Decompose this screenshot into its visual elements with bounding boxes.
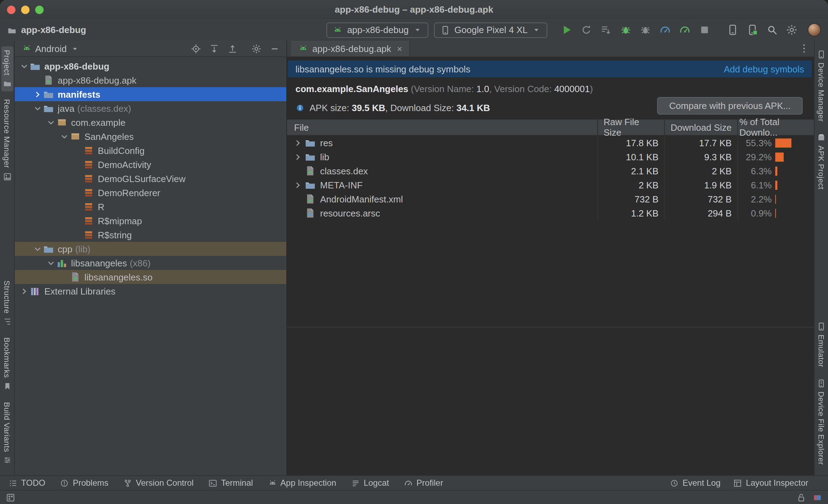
stripe-item-device-file-explorer[interactable]: Device File Explorer bbox=[815, 375, 827, 468]
tool-button-app-inspection[interactable]: App Inspection bbox=[268, 478, 336, 488]
tree-item-libsanangeles-so[interactable]: libsanangeles.so bbox=[15, 270, 286, 284]
tool-button-terminal[interactable]: Terminal bbox=[208, 478, 253, 488]
chevron-right-icon[interactable] bbox=[293, 151, 303, 162]
stripe-item-emulator[interactable]: Emulator bbox=[815, 318, 827, 371]
tool-button-logcat[interactable]: Logcat bbox=[351, 478, 389, 488]
search-everywhere-button[interactable] bbox=[764, 22, 779, 38]
tool-button-todo[interactable]: TODO bbox=[8, 478, 45, 488]
tree-item-r-string[interactable]: R$string bbox=[15, 228, 286, 242]
close-button[interactable] bbox=[7, 5, 15, 14]
stripe-item-structure[interactable]: Structure bbox=[1, 277, 13, 330]
expand-all-button[interactable] bbox=[208, 43, 220, 54]
chevron-down-icon[interactable] bbox=[59, 131, 70, 142]
memory-indicator-icon[interactable] bbox=[813, 492, 822, 502]
avd-manager-button[interactable] bbox=[744, 22, 760, 38]
apk-row-meta-inf[interactable]: META-INF2 KB1.9 KB6.1% bbox=[287, 178, 814, 192]
chevron-down-icon[interactable] bbox=[46, 258, 56, 268]
tree-item-app-x86-debug[interactable]: app-x86-debug bbox=[15, 59, 286, 73]
hide-panel-button[interactable] bbox=[269, 43, 281, 54]
tree-item-r-mipmap[interactable]: R$mipmap bbox=[15, 214, 286, 228]
column-header-raw-file-size[interactable]: Raw File Size bbox=[598, 119, 665, 135]
chevron-down-icon[interactable] bbox=[46, 117, 56, 128]
tool-button-label: Version Control bbox=[136, 478, 193, 488]
debug-button[interactable] bbox=[618, 22, 633, 38]
apply-code-changes-button[interactable] bbox=[598, 22, 613, 38]
zoom-button[interactable] bbox=[35, 5, 44, 14]
chevron-down-icon[interactable] bbox=[19, 61, 30, 71]
native-lib-icon bbox=[56, 257, 68, 269]
stripe-item-label: Device File Explorer bbox=[817, 391, 826, 465]
tree-item-demoglsurfaceview[interactable]: DemoGLSurfaceView bbox=[15, 172, 286, 186]
apk-row-resources-arsc[interactable]: resources.arsc1.2 KB294 B0.9% bbox=[287, 206, 814, 220]
settings-button[interactable] bbox=[784, 22, 799, 38]
tree-item-demoactivity[interactable]: DemoActivity bbox=[15, 157, 286, 172]
apply-changes-button[interactable] bbox=[578, 22, 594, 38]
tree-item-label: app-x86-debug.apk bbox=[58, 75, 136, 85]
tree-item-demorenderer[interactable]: DemoRenderer bbox=[15, 186, 286, 200]
collapse-all-button[interactable] bbox=[227, 43, 238, 54]
profile-button[interactable] bbox=[657, 22, 673, 38]
apk-row-classes-dex[interactable]: classes.dex2.1 KB2 KB6.3% bbox=[287, 164, 814, 178]
user-avatar[interactable] bbox=[808, 23, 821, 37]
settings-button[interactable] bbox=[250, 43, 262, 54]
tool-button-problems[interactable]: Problems bbox=[60, 478, 108, 488]
apk-row-lib[interactable]: lib10.1 KB9.3 KB29.2% bbox=[287, 150, 814, 164]
minimize-button[interactable] bbox=[21, 5, 30, 14]
tree-item-sanangeles[interactable]: SanAngeles bbox=[15, 129, 286, 143]
tree-item-com-example[interactable]: com.example bbox=[15, 115, 286, 129]
stripe-item-bookmarks[interactable]: Bookmarks bbox=[1, 334, 13, 394]
stripe-item-project[interactable]: Project bbox=[1, 46, 13, 92]
percent-cell: 0.9% bbox=[738, 206, 814, 220]
apply-changes-icon bbox=[580, 24, 592, 36]
chevron-down-icon[interactable] bbox=[32, 103, 43, 114]
add-debug-symbols-link[interactable]: Add debug symbols bbox=[724, 64, 804, 74]
apk-row-res[interactable]: res17.8 KB17.7 KB55.3% bbox=[287, 136, 814, 150]
percent-cell: 2.2% bbox=[738, 192, 814, 206]
run-configuration-select[interactable]: app-x86-debug bbox=[327, 22, 428, 38]
project-view-selector[interactable]: Android bbox=[22, 43, 79, 54]
stop-button[interactable] bbox=[696, 22, 712, 38]
tool-window-switcher-icon[interactable] bbox=[6, 492, 15, 502]
tree-item-buildconfig[interactable]: BuildConfig bbox=[15, 143, 286, 157]
column-header-of-total-downlo[interactable]: % of Total Downlo... bbox=[738, 119, 814, 135]
tool-button-profiler[interactable]: Profiler bbox=[404, 478, 443, 488]
tree-item-manifests[interactable]: manifests bbox=[15, 87, 286, 101]
compare-apk-button[interactable]: Compare with previous APK... bbox=[657, 97, 803, 115]
tree-item-r[interactable]: R bbox=[15, 200, 286, 214]
locate-file-button[interactable] bbox=[190, 43, 202, 54]
chevron-right-icon[interactable] bbox=[293, 180, 303, 190]
close-tab-icon[interactable]: × bbox=[395, 44, 404, 53]
editor-tab-apk[interactable]: app-x86-debug.apk × bbox=[291, 41, 410, 56]
tool-button-event-log[interactable]: Event Log bbox=[670, 478, 720, 488]
tree-item-libsanangeles[interactable]: libsanangeles(x86) bbox=[15, 256, 286, 270]
phone-icon bbox=[440, 25, 450, 35]
stripe-item-resource-manager[interactable]: Resource Manager bbox=[1, 96, 13, 185]
apk-row-androidmanifest-xml[interactable]: AndroidManifest.xml732 B732 B2.2% bbox=[287, 192, 814, 206]
chevron-right-icon[interactable] bbox=[32, 89, 43, 99]
chevron-down-icon[interactable] bbox=[32, 244, 43, 254]
apk-project-icon bbox=[817, 133, 826, 142]
chevron-down-icon bbox=[532, 25, 541, 34]
unlock-icon[interactable] bbox=[796, 492, 806, 502]
profile-low-overhead-button[interactable] bbox=[677, 22, 692, 38]
device-manager-button[interactable] bbox=[725, 22, 740, 38]
attach-debugger-button[interactable] bbox=[637, 22, 653, 38]
class-icon bbox=[83, 215, 94, 226]
chevron-right-icon[interactable] bbox=[19, 286, 30, 296]
stripe-item-device-manager[interactable]: Device Manager bbox=[815, 46, 827, 125]
tree-item-external-libraries[interactable]: External Libraries bbox=[15, 284, 286, 298]
tree-item-cpp[interactable]: cpp(lib) bbox=[15, 242, 286, 256]
device-select[interactable]: Google Pixel 4 XL bbox=[434, 22, 547, 38]
app-inspection-icon bbox=[268, 478, 277, 487]
tree-item-java[interactable]: java(classes.dex) bbox=[15, 101, 286, 115]
run-button[interactable] bbox=[559, 22, 574, 38]
chevron-right-icon[interactable] bbox=[293, 137, 303, 148]
column-header-file[interactable]: File bbox=[287, 119, 598, 135]
tool-button-layout-inspector[interactable]: Layout Inspector bbox=[733, 478, 808, 488]
tree-item-app-x86-debug-apk[interactable]: app-x86-debug.apk bbox=[15, 73, 286, 87]
stripe-item-apk-project[interactable]: APK Project bbox=[815, 130, 827, 193]
tool-button-version-control[interactable]: Version Control bbox=[123, 478, 193, 488]
stripe-item-build-variants[interactable]: Build Variants bbox=[1, 398, 13, 468]
more-vertical-icon[interactable] bbox=[798, 43, 810, 54]
column-header-download-size[interactable]: Download Size bbox=[665, 119, 738, 135]
